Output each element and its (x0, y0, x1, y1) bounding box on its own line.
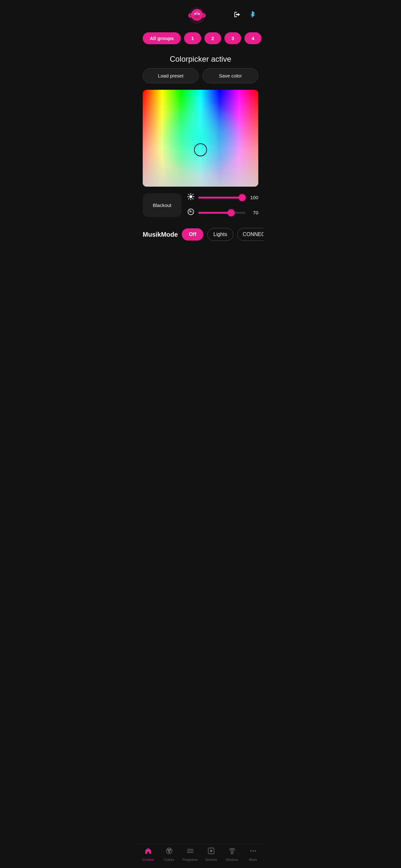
spacer (137, 247, 264, 273)
brightness-slider-row: 100 (187, 193, 258, 202)
svg-line-18 (189, 194, 189, 195)
musik-mode-row: MusikMode Off Lights CONNECT (137, 223, 264, 247)
group-4-button[interactable]: 4 (244, 32, 261, 44)
musik-lights-button[interactable]: Lights (207, 228, 234, 241)
color-picker[interactable] (143, 90, 258, 187)
more-icon (250, 847, 257, 857)
scenes-icon (208, 847, 215, 857)
brightness-track[interactable] (198, 197, 245, 198)
control-icon (145, 847, 152, 857)
speed-fill (198, 212, 231, 214)
brightness-value: 100 (249, 195, 258, 200)
svg-point-9 (195, 14, 196, 15)
svg-point-27 (168, 851, 170, 853)
header (137, 0, 264, 28)
group-3-button[interactable]: 3 (224, 32, 241, 44)
sliders-area: 100 70 (187, 193, 258, 217)
blackout-button[interactable]: Blackout (143, 193, 181, 217)
save-color-button[interactable]: Save color (203, 68, 258, 83)
devices-icon (228, 847, 236, 857)
programs-icon (187, 847, 194, 857)
musik-connect-button[interactable]: CONNECT (237, 228, 264, 241)
nav-more[interactable]: More (245, 847, 261, 862)
controls-section: Blackout 100 (137, 187, 264, 223)
svg-point-12 (195, 11, 198, 15)
svg-point-34 (232, 852, 232, 853)
nav-colors[interactable]: Colors (161, 847, 177, 862)
nav-programs-label: Programs (182, 858, 198, 862)
nav-control[interactable]: Control (140, 847, 156, 862)
svg-point-37 (255, 850, 256, 851)
svg-line-20 (192, 194, 193, 195)
svg-point-36 (252, 850, 254, 851)
svg-point-11 (195, 16, 198, 18)
musik-mode-label: MusikMode (143, 231, 178, 238)
group-2-button[interactable]: 2 (204, 32, 221, 44)
colors-icon (166, 847, 173, 857)
nav-colors-label: Colors (164, 858, 174, 862)
musik-off-button[interactable]: Off (182, 228, 204, 241)
svg-line-21 (189, 198, 189, 199)
speed-slider-row: 70 (187, 208, 258, 217)
monkey-logo (188, 6, 206, 25)
svg-line-19 (192, 198, 193, 199)
nav-programs[interactable]: Programs (182, 847, 198, 862)
brightness-thumb[interactable] (239, 194, 246, 201)
speed-track[interactable] (198, 212, 245, 214)
nav-scenes-label: Scenes (205, 858, 217, 862)
group-all-button[interactable]: All groups (143, 32, 181, 44)
nav-more-label: More (249, 858, 257, 862)
bottom-nav: Control Colors Programs (137, 844, 264, 868)
nav-devices-label: Devices (226, 858, 238, 862)
svg-point-25 (167, 849, 169, 851)
group-1-button[interactable]: 1 (184, 32, 201, 44)
svg-point-23 (190, 212, 191, 213)
svg-point-26 (169, 849, 171, 851)
color-cyan-radial (143, 90, 258, 187)
nav-scenes[interactable]: Scenes (203, 847, 219, 862)
login-button[interactable] (232, 9, 242, 22)
load-preset-button[interactable]: Load preset (143, 68, 198, 83)
brightness-icon (187, 193, 195, 202)
svg-point-35 (250, 850, 251, 851)
svg-point-13 (189, 195, 192, 198)
colorpicker-status: Colorpicker active (137, 49, 264, 68)
svg-point-10 (198, 14, 199, 15)
nav-control-label: Control (143, 858, 154, 862)
action-buttons-row: Load preset Save color (137, 68, 264, 90)
speed-icon (187, 208, 195, 217)
speed-thumb[interactable] (227, 209, 235, 216)
groups-row: All groups 1 2 3 4 (137, 28, 264, 49)
logo-area (162, 6, 232, 25)
header-icons (232, 9, 257, 22)
nav-devices[interactable]: Devices (224, 847, 240, 862)
bluetooth-button[interactable] (247, 9, 257, 22)
speed-value: 70 (249, 210, 258, 215)
svg-marker-32 (210, 849, 213, 852)
